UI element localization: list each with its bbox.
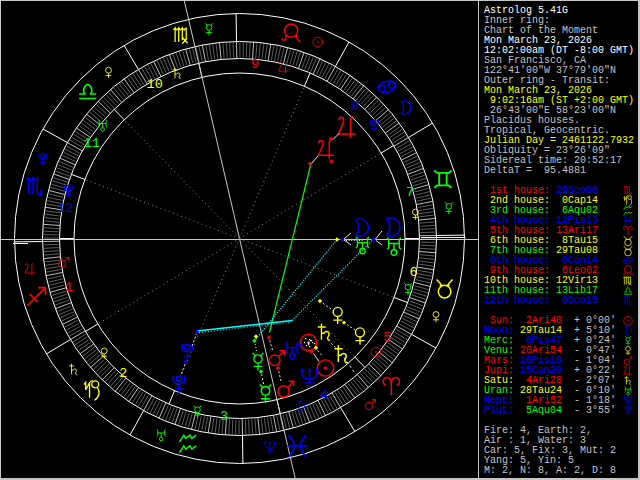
svg-text:2: 2 (119, 366, 127, 381)
svg-text:4: 4 (320, 388, 328, 403)
svg-text:7: 7 (406, 185, 414, 200)
svg-text:9: 9 (251, 57, 259, 72)
svg-text:11: 11 (84, 136, 100, 151)
svg-text:1: 1 (65, 280, 73, 295)
svg-text:8: 8 (352, 99, 360, 114)
svg-text:12: 12 (57, 201, 73, 216)
svg-text:6: 6 (410, 265, 418, 280)
svg-text:10: 10 (147, 77, 163, 92)
svg-text:3: 3 (220, 409, 228, 424)
svg-text:5: 5 (383, 330, 391, 345)
